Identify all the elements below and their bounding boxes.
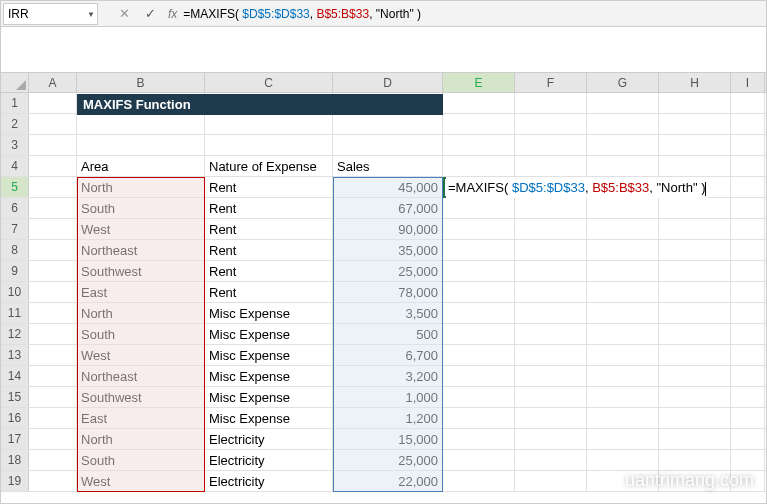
cell[interactable]: Rent [205, 240, 333, 260]
cell[interactable]: 15,000 [333, 429, 443, 449]
cell[interactable] [587, 198, 659, 218]
cell[interactable] [587, 93, 659, 113]
formula-bar[interactable]: =MAXIFS( $D$5:$D$33, B$5:B$33, "North" ) [177, 7, 766, 21]
cell[interactable]: South [77, 198, 205, 218]
cell[interactable]: 1,000 [333, 387, 443, 407]
cell[interactable] [443, 471, 515, 491]
cell[interactable]: South [77, 450, 205, 470]
cell[interactable]: 25,000 [333, 450, 443, 470]
cell[interactable]: Misc Expense [205, 387, 333, 407]
cell[interactable] [515, 219, 587, 239]
cell[interactable] [587, 261, 659, 281]
cell[interactable] [587, 114, 659, 134]
cell[interactable] [659, 114, 731, 134]
row-header[interactable]: 4 [1, 156, 29, 176]
row-header[interactable]: 12 [1, 324, 29, 344]
cell[interactable]: North [77, 303, 205, 323]
cell[interactable] [731, 114, 765, 134]
chevron-down-icon[interactable]: ▼ [87, 9, 95, 18]
cell[interactable] [443, 387, 515, 407]
cell[interactable] [515, 261, 587, 281]
cell[interactable] [731, 345, 765, 365]
cell[interactable]: Electricity [205, 450, 333, 470]
cell[interactable] [587, 450, 659, 470]
cell-formula-editor[interactable]: =MAXIFS( $D$5:$D$33, B$5:B$33, "North" ) [446, 177, 708, 198]
cell[interactable] [659, 345, 731, 365]
cell[interactable] [731, 135, 765, 155]
cell[interactable]: West [77, 471, 205, 491]
cell[interactable]: 78,000 [333, 282, 443, 302]
cell[interactable] [515, 303, 587, 323]
cell[interactable] [587, 324, 659, 344]
cell[interactable]: 90,000 [333, 219, 443, 239]
cell[interactable] [205, 114, 333, 134]
row-header[interactable]: 6 [1, 198, 29, 218]
cell[interactable] [731, 240, 765, 260]
cell[interactable] [29, 114, 77, 134]
cell[interactable] [443, 219, 515, 239]
cell[interactable] [659, 219, 731, 239]
cell[interactable] [731, 450, 765, 470]
cell[interactable] [29, 240, 77, 260]
fx-icon[interactable]: fx [168, 7, 177, 21]
cell[interactable] [29, 471, 77, 491]
cell[interactable] [29, 324, 77, 344]
cell[interactable] [515, 198, 587, 218]
row-header[interactable]: 15 [1, 387, 29, 407]
cell[interactable]: Rent [205, 177, 333, 197]
cell[interactable] [29, 366, 77, 386]
cell[interactable]: Electricity [205, 471, 333, 491]
cell[interactable] [515, 408, 587, 428]
row-header[interactable]: 18 [1, 450, 29, 470]
row-header[interactable]: 10 [1, 282, 29, 302]
cell[interactable]: Rent [205, 282, 333, 302]
cell[interactable] [443, 408, 515, 428]
cell[interactable] [515, 240, 587, 260]
cell[interactable] [443, 156, 515, 176]
cell[interactable] [659, 429, 731, 449]
cell[interactable] [659, 366, 731, 386]
cell[interactable]: Rent [205, 219, 333, 239]
col-header-A[interactable]: A [29, 73, 77, 92]
cell[interactable] [443, 366, 515, 386]
cell[interactable]: 25,000 [333, 261, 443, 281]
cell[interactable] [29, 198, 77, 218]
col-header-G[interactable]: G [587, 73, 659, 92]
cell[interactable] [731, 93, 765, 113]
select-all-button[interactable] [1, 73, 29, 92]
row-header[interactable]: 9 [1, 261, 29, 281]
row-header[interactable]: 1 [1, 93, 29, 113]
cancel-icon[interactable]: ✕ [116, 6, 132, 21]
cell[interactable]: West [77, 345, 205, 365]
cell[interactable] [443, 282, 515, 302]
cell[interactable] [333, 114, 443, 134]
cell[interactable] [29, 387, 77, 407]
cell[interactable] [587, 219, 659, 239]
enter-icon[interactable]: ✓ [142, 6, 158, 21]
cell[interactable]: North [77, 177, 205, 197]
cell[interactable] [731, 429, 765, 449]
cell[interactable] [29, 93, 77, 113]
cell[interactable] [659, 450, 731, 470]
cell[interactable]: 67,000 [333, 198, 443, 218]
cell[interactable] [731, 282, 765, 302]
cell[interactable] [333, 135, 443, 155]
cell[interactable] [587, 282, 659, 302]
cell[interactable]: East [77, 282, 205, 302]
cell[interactable] [77, 114, 205, 134]
cell[interactable] [659, 282, 731, 302]
cell[interactable] [731, 261, 765, 281]
cell[interactable] [29, 261, 77, 281]
cell[interactable] [515, 345, 587, 365]
cell[interactable] [29, 345, 77, 365]
row-header[interactable]: 11 [1, 303, 29, 323]
cell[interactable]: North [77, 429, 205, 449]
cell[interactable] [731, 324, 765, 344]
cell[interactable]: Electricity [205, 429, 333, 449]
cell[interactable] [659, 408, 731, 428]
cell[interactable]: 45,000 [333, 177, 443, 197]
cell[interactable] [29, 450, 77, 470]
row-header[interactable]: 2 [1, 114, 29, 134]
cell[interactable] [659, 324, 731, 344]
col-header-B[interactable]: B [77, 73, 205, 92]
